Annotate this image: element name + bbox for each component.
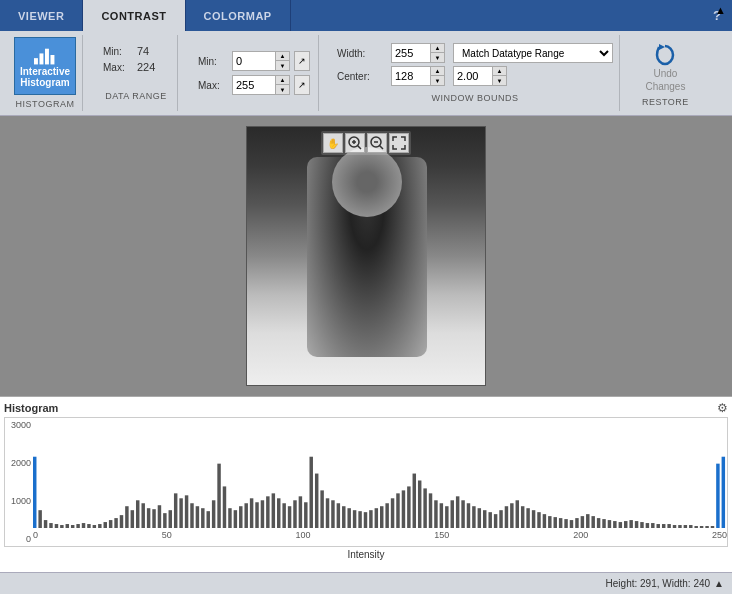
svg-rect-56 (272, 493, 275, 528)
center-spin-up[interactable]: ▲ (430, 67, 444, 76)
svg-rect-58 (282, 503, 285, 528)
data-range-max-row: Max: 224 (103, 61, 169, 73)
svg-rect-36 (163, 513, 166, 528)
histogram-x-label: Intensity (4, 549, 728, 560)
min-input[interactable] (233, 52, 275, 70)
svg-rect-55 (266, 496, 269, 528)
svg-rect-60 (293, 500, 296, 528)
match-datatype-dropdown[interactable]: Match Datatype Range Manual Full Range (453, 43, 613, 63)
undo-changes-label: Undo Changes (645, 67, 685, 93)
svg-rect-26 (109, 520, 112, 528)
histogram-gear-icon[interactable]: ⚙ (717, 401, 728, 415)
width-spin-down[interactable]: ▼ (430, 53, 444, 62)
data-range-fields: Min: 74 Max: 224 (103, 45, 169, 73)
head-shape (332, 147, 402, 217)
svg-rect-139 (722, 457, 725, 528)
tab-viewer[interactable]: VIEWER (0, 0, 83, 31)
svg-rect-59 (288, 506, 291, 528)
svg-rect-77 (385, 503, 388, 528)
zoom-out-icon (370, 136, 384, 150)
histogram-panel: Histogram ⚙ 3000 2000 1000 0 0 50 100 15… (0, 396, 732, 572)
svg-rect-34 (152, 509, 155, 528)
svg-rect-118 (608, 520, 611, 528)
status-text: Height: 291, Width: 240 (606, 578, 711, 589)
restore-label: RESTORE (642, 97, 689, 107)
svg-rect-91 (461, 500, 464, 528)
status-expand-icon[interactable]: ▲ (714, 578, 724, 589)
svg-rect-93 (472, 506, 475, 528)
svg-rect-109 (559, 518, 562, 528)
toolbar-collapse-arrow[interactable]: ▲ (715, 4, 726, 16)
svg-rect-97 (494, 514, 497, 528)
svg-rect-45 (212, 500, 215, 528)
min-label: Min: (198, 56, 228, 67)
svg-rect-104 (532, 510, 535, 528)
center-spinners: ▲ ▼ (430, 67, 444, 85)
width-spin-up[interactable]: ▲ (430, 44, 444, 53)
min-expand-button[interactable]: ↗ (294, 51, 310, 71)
svg-marker-4 (659, 44, 665, 50)
fit-button[interactable] (389, 133, 409, 153)
svg-rect-112 (575, 518, 578, 528)
svg-rect-99 (505, 506, 508, 528)
svg-rect-28 (120, 515, 123, 528)
svg-rect-102 (521, 506, 524, 528)
max-input[interactable] (233, 76, 275, 94)
zoom-out-button[interactable] (367, 133, 387, 153)
svg-rect-76 (380, 506, 383, 528)
tab-contrast[interactable]: CONTRAST (83, 0, 185, 31)
data-range-section: Min: 74 Max: 224 HISTOGRAM DATA RANGE (95, 35, 178, 111)
center-input[interactable] (392, 67, 430, 85)
svg-rect-41 (190, 503, 193, 528)
extra-value-input[interactable] (454, 67, 492, 85)
window-bounds-section: Width: ▲ ▼ Match Datatype Range Manual F… (331, 35, 620, 111)
undo-icon (651, 39, 679, 67)
histogram-chart: 3000 2000 1000 0 0 50 100 150 200 250 (4, 417, 728, 547)
max-expand-button[interactable]: ↗ (294, 75, 310, 95)
min-spin-up[interactable]: ▲ (275, 52, 289, 61)
svg-rect-13 (38, 510, 41, 528)
svg-rect-123 (635, 521, 638, 528)
center-spin-down[interactable]: ▼ (430, 76, 444, 85)
svg-rect-100 (510, 503, 513, 528)
extra-value-wrap: ▲ ▼ (453, 66, 507, 86)
svg-rect-138 (716, 464, 719, 528)
max-spin-down[interactable]: ▼ (275, 85, 289, 94)
max-label: Max: (198, 80, 228, 91)
svg-rect-119 (613, 521, 616, 528)
minmax-section: Min: ▲ ▼ ↗ Max: ▲ ▼ ↗ (190, 35, 319, 111)
tab-colormap[interactable]: COLORMAP (186, 0, 291, 31)
histogram-svg (33, 418, 727, 528)
svg-rect-75 (375, 508, 378, 528)
svg-rect-39 (179, 498, 182, 528)
svg-rect-46 (217, 464, 220, 528)
max-spin-up[interactable]: ▲ (275, 76, 289, 85)
svg-rect-95 (483, 510, 486, 528)
svg-rect-103 (526, 508, 529, 528)
svg-rect-43 (201, 508, 204, 528)
histogram-plot-area (33, 418, 727, 528)
svg-rect-73 (364, 512, 367, 528)
svg-rect-30 (131, 510, 134, 528)
histogram-title-bar: Histogram ⚙ (4, 401, 728, 415)
grayscale-image (247, 127, 485, 385)
extra-spin-up[interactable]: ▲ (492, 67, 506, 76)
width-input[interactable] (392, 44, 430, 62)
interactive-histogram-button[interactable]: Interactive Histogram (14, 37, 76, 95)
svg-rect-92 (467, 503, 470, 528)
svg-rect-67 (331, 500, 334, 528)
svg-rect-71 (353, 510, 356, 528)
svg-rect-87 (440, 503, 443, 528)
status-bar: Height: 291, Width: 240 ▲ (0, 572, 732, 594)
data-range-min-row: Min: 74 (103, 45, 169, 57)
histogram-icon (29, 44, 61, 66)
svg-rect-117 (602, 519, 605, 528)
zoom-in-icon (348, 136, 362, 150)
undo-changes-button[interactable]: Undo Changes (645, 39, 685, 93)
extra-spin-down[interactable]: ▼ (492, 76, 506, 85)
svg-rect-85 (429, 493, 432, 528)
min-spin-down[interactable]: ▼ (275, 61, 289, 70)
zoom-in-button[interactable] (345, 133, 365, 153)
pan-tool-button[interactable]: ✋ (323, 133, 343, 153)
svg-rect-0 (34, 58, 38, 64)
